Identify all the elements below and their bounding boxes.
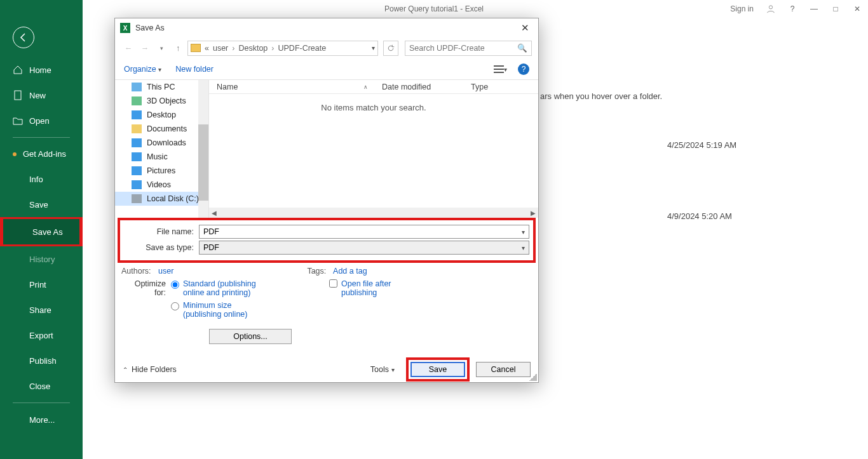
menu-info[interactable]: Info — [0, 166, 83, 192]
empty-list-message: No items match your search. — [209, 94, 538, 112]
folder-icon — [191, 44, 201, 52]
tree-pictures[interactable]: Pictures — [115, 164, 208, 178]
col-date[interactable]: Date modified — [374, 83, 463, 91]
svg-point-0 — [769, 6, 772, 9]
dialog-title: Save As — [135, 23, 165, 32]
scroll-right-icon[interactable]: ▶ — [528, 210, 538, 216]
menu-export[interactable]: Export — [0, 323, 83, 348]
breadcrumb-user[interactable]: user — [213, 44, 228, 53]
help-icon[interactable]: ? — [788, 4, 797, 13]
view-mode-button[interactable]: ▾ — [491, 63, 509, 76]
scroll-left-icon[interactable]: ◀ — [209, 210, 219, 216]
horizontal-scrollbar[interactable]: ◀ ▶ — [209, 208, 538, 218]
minimize-icon[interactable]: — — [810, 4, 818, 13]
nav-tree[interactable]: This PC 3D Objects Desktop Documents Dow… — [115, 80, 209, 218]
filename-highlight-box: File name: PDF ▾ Save as type: PDF ▾ — [118, 218, 536, 263]
svg-rect-1 — [15, 91, 21, 100]
menu-history: History — [0, 246, 83, 272]
menu-export-label: Export — [29, 331, 53, 340]
pc-icon — [132, 83, 142, 91]
menu-publish[interactable]: Publish — [0, 348, 83, 373]
dialog-close-button[interactable]: ✕ — [517, 21, 533, 35]
menu-get-addins[interactable]: Get Add-ins — [0, 142, 83, 166]
nav-up-icon[interactable]: ↑ — [171, 44, 185, 53]
filename-value: PDF — [203, 227, 219, 236]
breadcrumb-desktop[interactable]: Desktop — [238, 44, 268, 53]
excel-icon: X — [120, 23, 130, 33]
scrollbar-thumb[interactable] — [198, 124, 208, 201]
menu-info-label: Info — [29, 175, 43, 184]
menu-print[interactable]: Print — [0, 272, 83, 297]
home-icon — [13, 65, 23, 75]
chevron-down-icon: ▾ — [391, 366, 395, 373]
tree-3d-objects[interactable]: 3D Objects — [115, 94, 208, 108]
hover-hint-text: ars when you hover over a folder. — [540, 91, 662, 101]
saveastype-dropdown[interactable]: PDF ▾ — [199, 241, 529, 255]
cancel-button[interactable]: Cancel — [476, 362, 531, 377]
maximize-icon[interactable]: □ — [831, 4, 840, 13]
address-dropdown-icon[interactable]: ▾ — [372, 44, 375, 51]
new-folder-button[interactable]: New folder — [175, 65, 214, 74]
resize-grip[interactable] — [529, 373, 537, 381]
refresh-button[interactable] — [383, 41, 398, 56]
radio-minimum[interactable]: Minimum size (publishing online) — [171, 301, 272, 319]
radio-standard[interactable]: Standard (publishing online and printing… — [171, 279, 272, 297]
breadcrumb-updf-create[interactable]: UPDF-Create — [278, 44, 326, 53]
tree-downloads[interactable]: Downloads — [115, 136, 208, 150]
tags-add-link[interactable]: Add a tag — [333, 267, 367, 276]
search-icon[interactable]: 🔍 — [517, 43, 527, 53]
chevron-down-icon[interactable]: ▾ — [522, 244, 525, 251]
menu-save[interactable]: Save — [0, 192, 83, 217]
save-as-dialog: X Save As ✕ ← → ▾ ↑ « user › Desktop › U… — [114, 18, 539, 383]
help-button[interactable]: ? — [518, 63, 529, 75]
dialog-footer: ⌃ Hide Folders Tools ▾ Save Cancel — [115, 357, 538, 382]
radio-standard-input[interactable] — [171, 281, 179, 289]
menu-open[interactable]: Open — [0, 108, 83, 133]
open-icon — [13, 116, 23, 126]
search-box[interactable]: 🔍 — [405, 41, 532, 56]
chevron-up-icon: ⌃ — [123, 366, 128, 373]
desktop-icon — [132, 110, 142, 119]
menu-home[interactable]: Home — [0, 57, 83, 83]
nav-forward-icon[interactable]: → — [138, 44, 152, 53]
saveastype-value: PDF — [203, 243, 219, 252]
address-bar[interactable]: « user › Desktop › UPDF-Create ▾ — [187, 41, 378, 56]
tree-videos[interactable]: Videos — [115, 178, 208, 192]
save-button[interactable]: Save — [410, 362, 465, 377]
checkbox-open-after-input[interactable] — [329, 279, 337, 288]
tree-this-pc[interactable]: This PC — [115, 80, 208, 94]
hide-folders-toggle[interactable]: ⌃ Hide Folders — [123, 365, 177, 374]
col-name[interactable]: Name∧ — [209, 83, 374, 91]
tree-scrollbar[interactable] — [198, 80, 208, 218]
tree-local-disk-c[interactable]: Local Disk (C:) — [115, 192, 208, 206]
menu-publish-label: Publish — [29, 356, 57, 366]
account-icon[interactable] — [766, 4, 775, 13]
chevron-right-icon: › — [232, 44, 234, 53]
tree-desktop[interactable]: Desktop — [115, 108, 208, 122]
menu-save-as[interactable]: Save As — [0, 217, 83, 246]
options-button[interactable]: Options... — [209, 329, 292, 344]
organize-menu[interactable]: Organize ▾ — [124, 65, 161, 74]
close-icon[interactable]: ✕ — [853, 4, 862, 13]
radio-minimum-input[interactable] — [171, 302, 179, 310]
menu-get-addins-label: Get Add-ins — [23, 149, 66, 159]
col-type[interactable]: Type — [463, 83, 514, 91]
signin-link[interactable]: Sign in — [730, 4, 754, 13]
nav-back-icon[interactable]: ← — [121, 44, 135, 53]
search-input[interactable] — [409, 44, 511, 53]
back-button[interactable] — [13, 27, 34, 48]
hide-folders-label: Hide Folders — [132, 365, 177, 374]
tree-music[interactable]: Music — [115, 150, 208, 164]
tree-documents[interactable]: Documents — [115, 122, 208, 136]
menu-close[interactable]: Close — [0, 373, 83, 399]
checkbox-open-after[interactable]: Open file after publishing — [329, 279, 417, 323]
menu-share[interactable]: Share — [0, 297, 83, 323]
authors-value[interactable]: user — [158, 267, 173, 276]
chevron-down-icon[interactable]: ▾ — [522, 229, 525, 236]
nav-recent-dropdown-icon[interactable]: ▾ — [154, 45, 168, 51]
menu-new[interactable]: New — [0, 83, 83, 108]
new-icon — [13, 90, 23, 100]
tools-menu[interactable]: Tools ▾ — [370, 365, 395, 374]
filename-input[interactable]: PDF ▾ — [199, 225, 529, 239]
menu-more[interactable]: More... — [0, 407, 83, 432]
